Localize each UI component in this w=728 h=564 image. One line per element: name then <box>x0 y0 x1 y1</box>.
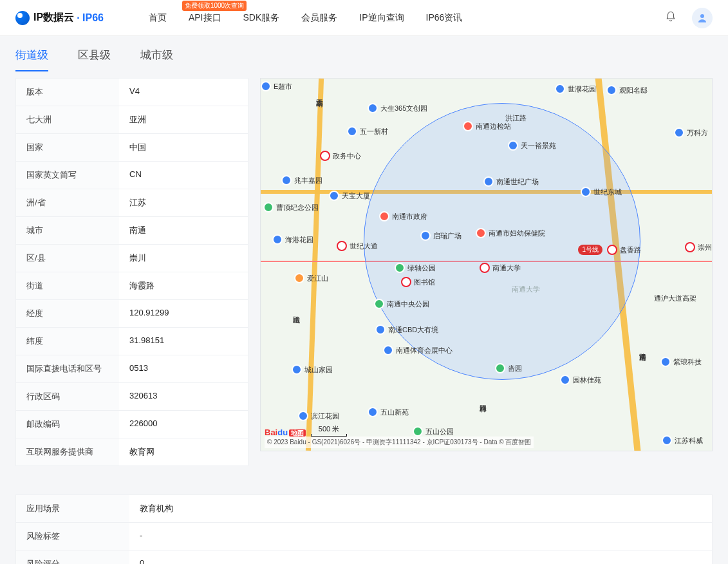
nav-label: 首页 <box>149 12 167 23</box>
nav-reverse[interactable]: IP逆向查询 <box>359 12 404 24</box>
map-poi: 城山家园 <box>292 364 333 375</box>
map-poi: 政务中心 <box>320 151 361 161</box>
nav-api[interactable]: 免费领取1000次查询 API接口 <box>189 12 221 24</box>
map-poi: 爱江山 <box>294 273 328 283</box>
tab-street[interactable]: 街道级 <box>15 48 48 71</box>
map-scale: 500 米 <box>311 424 347 437</box>
map-poi: 南通边检站 <box>463 121 511 131</box>
metro-line-badge: 1号线 <box>578 245 602 255</box>
info-label: 区/县 <box>16 245 119 272</box>
svg-point-0 <box>700 14 704 18</box>
map-poi: 五山公园 <box>413 426 454 437</box>
table-row: 应用场景教育机构 <box>16 495 712 522</box>
map-poi: 五山新苑 <box>368 407 409 417</box>
info-value: 教育网 <box>119 438 248 465</box>
table-row: 风险评分0 <box>16 550 712 564</box>
info-label: 国家 <box>16 134 119 161</box>
info-label: 行政区码 <box>16 383 119 410</box>
scale-label: 500 米 <box>319 424 339 434</box>
map-poi: 南通CBD大有境 <box>375 324 438 335</box>
info-value: 中国 <box>119 134 248 161</box>
map-poi: 万科方 <box>674 127 708 138</box>
info-value: 226000 <box>119 411 248 438</box>
map-poi: 图书馆 <box>401 277 435 287</box>
risk-value: 教育机构 <box>129 495 712 522</box>
road-label: 通沪大道高架 <box>654 294 696 303</box>
map-poi: 啬园 <box>495 363 522 373</box>
table-row: 版本V4 <box>16 79 248 106</box>
risk-value: - <box>129 523 712 550</box>
nav-api-badge: 免费领取1000次查询 <box>182 1 247 11</box>
info-value: CN <box>119 162 248 189</box>
table-row: 邮政编码226000 <box>16 410 248 438</box>
info-value: 南通 <box>119 217 248 244</box>
nav-member[interactable]: 会员服务 <box>301 12 337 24</box>
map-poi: 启瑞广场 <box>420 230 462 241</box>
tab-city[interactable]: 城市级 <box>140 48 173 71</box>
table-row: 纬度31.98151 <box>16 327 248 355</box>
map-poi: 海港花园 <box>272 234 313 245</box>
table-row: 互联网服务提供商教育网 <box>16 438 248 465</box>
map-poi: 紫琅科技 <box>660 357 702 367</box>
info-value: V4 <box>119 79 248 106</box>
info-label: 街道 <box>16 272 119 299</box>
table-row: 城市南通 <box>16 216 248 244</box>
map-poi: 南通世纪广场 <box>483 176 539 187</box>
risk-table: 应用场景教育机构 风险标签- 风险评分0 风险等级无风险 <box>15 494 713 564</box>
info-label: 七大洲 <box>16 106 119 133</box>
brand-logo[interactable]: IP数据云 · IP66 <box>15 11 104 25</box>
map-poi: E超市 <box>261 81 292 91</box>
map-poi: 五一新村 <box>347 126 388 136</box>
map-poi: 南通中央公园 <box>374 299 429 309</box>
primary-nav: 首页 免费领取1000次查询 API接口 SDK服务 会员服务 IP逆向查询 I… <box>149 12 462 24</box>
info-value: 崇川 <box>119 245 248 272</box>
map-poi: 兆丰嘉园 <box>281 175 322 185</box>
map-poi: 江苏科威 <box>662 435 703 446</box>
map-poi: 园林佳苑 <box>560 375 601 385</box>
header-right <box>665 8 713 28</box>
info-panel: 版本V4 七大洲亚洲 国家中国 国家英文简写CN 洲/省江苏 城市南通 区/县崇… <box>15 78 248 466</box>
info-value: 0513 <box>119 355 248 382</box>
risk-label: 风险标签 <box>16 523 129 550</box>
nav-sdk[interactable]: SDK服务 <box>243 12 280 24</box>
tab-label: 城市级 <box>140 49 173 61</box>
map-poi: 崇州 <box>685 242 712 252</box>
top-header: IP数据云 · IP66 首页 免费领取1000次查询 API接口 SDK服务 … <box>0 0 728 36</box>
map-poi: 南通市妇幼保健院 <box>476 228 545 238</box>
info-label: 邮政编码 <box>16 411 119 438</box>
map-poi: 大生365文创园 <box>368 103 427 113</box>
nav-home[interactable]: 首页 <box>149 12 167 24</box>
avatar[interactable] <box>692 8 713 28</box>
map-area-label: 南通大学 <box>512 285 540 294</box>
map-poi: 南通市政府 <box>379 211 427 221</box>
nav-label: IP66资讯 <box>426 12 463 23</box>
table-row: 街道海霞路 <box>16 272 248 299</box>
table-row: 洲/省江苏 <box>16 189 248 216</box>
table-row: 行政区码320613 <box>16 382 248 410</box>
info-label: 国际直拨电话和区号 <box>16 355 119 382</box>
info-label: 城市 <box>16 217 119 244</box>
map-poi: 观阳名邸 <box>606 85 648 95</box>
risk-label: 应用场景 <box>16 495 129 522</box>
map-poi: 盘香路 <box>607 245 641 255</box>
tab-district[interactable]: 区县级 <box>78 48 111 71</box>
bell-icon[interactable] <box>665 11 677 25</box>
info-value: 320613 <box>119 383 248 410</box>
nav-label: IP逆向查询 <box>359 12 404 23</box>
map-poi: 滨江花园 <box>298 411 339 421</box>
level-tabs: 街道级 区县级 城市级 <box>0 36 728 71</box>
info-label: 纬度 <box>16 328 119 355</box>
nav-news[interactable]: IP66资讯 <box>426 12 463 24</box>
map-poi: 南通体育会展中心 <box>383 345 453 355</box>
logo-text: IP数据云 <box>33 11 74 24</box>
table-row: 七大洲亚洲 <box>16 106 248 133</box>
logo-subtext: · IP66 <box>77 12 104 24</box>
map-canvas[interactable]: 工农南路 洪江路 城山路 园林路 通沪大道高架 通富南路 E超市 南通边检站 大… <box>260 78 713 451</box>
map-poi: 南通大学 <box>480 263 521 273</box>
nav-label: SDK服务 <box>243 12 280 23</box>
info-label: 互联网服务提供商 <box>16 438 119 465</box>
nav-label: 会员服务 <box>301 12 337 23</box>
table-row: 经度120.91299 <box>16 299 248 327</box>
risk-label: 风险评分 <box>16 550 129 564</box>
map-poi: 绿轴公园 <box>395 263 436 273</box>
